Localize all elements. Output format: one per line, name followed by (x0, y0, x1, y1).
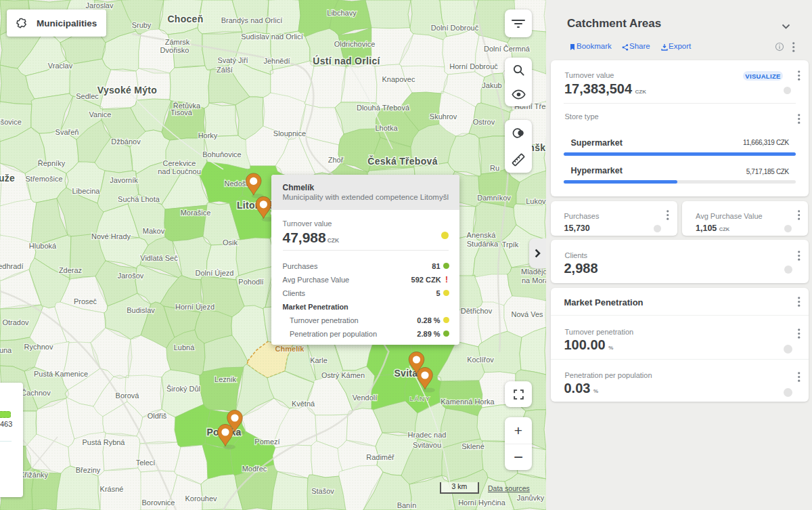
svg-text:Koclířov: Koclířov (467, 356, 494, 364)
svg-text:Horky: Horky (198, 131, 218, 140)
svg-text:Horní Újezd: Horní Újezd (175, 303, 215, 311)
svg-text:Oldřiš: Oldřiš (148, 412, 167, 420)
svg-text:ouna: ouna (0, 346, 12, 354)
svg-text:Sloupnice: Sloupnice (273, 129, 306, 137)
svg-text:Makov: Makov (143, 227, 165, 235)
svg-text:Svitavou: Svitavou (413, 441, 441, 449)
svg-text:Stašov: Stašov (311, 487, 334, 495)
svg-text:Česká Třebová: Česká Třebová (367, 155, 438, 167)
svg-text:Zálší: Zálší (217, 66, 233, 74)
svg-text:Džbánov: Džbánov (111, 137, 141, 146)
svg-text:nad Loučnou: nad Loučnou (158, 167, 201, 175)
svg-text:Vysoké Mýto: Vysoké Mýto (97, 85, 157, 95)
svg-text:Květná: Květná (292, 400, 315, 408)
svg-text:Křižánky: Křižánky (20, 471, 49, 479)
svg-text:Kamenná Horka: Kamenná Horka (441, 398, 495, 406)
svg-text:Skuhrov: Skuhrov (430, 112, 457, 121)
svg-text:Ústí nad Orlicí: Ústí nad Orlicí (313, 55, 380, 66)
svg-text:Čachnov: Čachnov (21, 389, 51, 397)
svg-text:Březiny: Březiny (76, 466, 101, 474)
svg-text:Janůvky: Janůvky (517, 494, 545, 502)
svg-text:uže: uže (0, 173, 15, 184)
svg-text:Jehnědí: Jehnědí (263, 57, 290, 65)
svg-text:Střemošice: Střemošice (25, 175, 62, 183)
svg-text:LÁNY: LÁNY (410, 395, 431, 402)
svg-text:Zhoř: Zhoř (328, 156, 344, 164)
svg-text:Borová: Borová (116, 391, 140, 400)
svg-text:Sedlec: Sedlec (76, 92, 99, 100)
svg-text:Ostrov: Ostrov (473, 118, 495, 126)
svg-text:Zámrsk: Zámrsk (165, 38, 190, 46)
svg-text:Korouhev: Korouhev (185, 494, 217, 503)
svg-text:Telecí: Telecí (136, 459, 156, 467)
svg-text:Horní Hynčina: Horní Hynčina (458, 498, 506, 507)
svg-text:Hradec nad: Hradec nad (408, 431, 447, 439)
svg-text:Pomezí: Pomezí (254, 438, 279, 446)
svg-text:Tisová: Tisová (171, 108, 193, 116)
svg-text:Mladějov: Mladějov (521, 268, 546, 276)
svg-text:Osik: Osik (223, 238, 238, 247)
svg-text:Chmelík: Chmelík (275, 345, 305, 353)
svg-text:Sruby: Sruby (132, 21, 152, 29)
svg-text:Horní Dobrouč: Horní Dobrouč (449, 62, 498, 70)
svg-text:na Moravě: na Moravě (522, 276, 546, 284)
svg-text:Řepníky: Řepníky (38, 159, 66, 167)
svg-text:Dvořisko: Dvořisko (160, 46, 189, 54)
svg-text:Cerekvice: Cerekvice (163, 159, 196, 167)
svg-text:Svařeň: Svařeň (55, 128, 79, 136)
svg-text:Hluboká: Hluboká (29, 242, 57, 250)
svg-text:Bohuňovice: Bohuňovice (202, 150, 242, 158)
svg-text:Morašice: Morašice (181, 209, 211, 217)
svg-text:Karle: Karle (310, 356, 328, 364)
svg-text:Nové Hrady: Nové Hrady (91, 232, 131, 240)
svg-text:Studánka: Studánka (467, 240, 499, 248)
svg-text:Nová Ves: Nová Ves (511, 310, 543, 318)
svg-text:Lubná: Lubná (174, 343, 195, 352)
svg-text:Anenská: Anenská (467, 231, 497, 239)
svg-text:Sklené: Sklené (461, 442, 484, 450)
svg-text:Sudislav nad Orlicí: Sudislav nad Orlicí (241, 33, 303, 41)
svg-text:Pustá Rybná: Pustá Rybná (83, 438, 126, 446)
svg-text:Vidlatá Seč: Vidlatá Seč (140, 254, 178, 262)
svg-text:Široký Důl: Široký Důl (166, 385, 200, 393)
svg-text:Pohodlí: Pohodlí (238, 278, 263, 286)
svg-text:Jarošov: Jarošov (118, 272, 144, 280)
svg-text:ředhradí: ředhradí (0, 262, 23, 270)
svg-text:Dolní Dobrouč: Dolní Dobrouč (431, 24, 479, 32)
svg-text:Dolní Újezd: Dolní Újezd (196, 269, 234, 277)
svg-text:Svatý Jiří: Svatý Jiří (217, 56, 248, 64)
svg-text:Banín: Banín (397, 501, 417, 509)
svg-text:Trpík: Trpík (502, 240, 519, 249)
svg-text:Suchá Lhota: Suchá Lhota (118, 195, 160, 203)
svg-text:Knapovec: Knapovec (382, 75, 415, 83)
svg-text:Javorník: Javorník (110, 176, 138, 184)
svg-text:Vanice: Vanice (89, 110, 112, 119)
svg-text:Dlouhá Třebová: Dlouhá Třebová (357, 104, 410, 112)
svg-text:Budislav: Budislav (127, 306, 155, 314)
svg-text:Proseč: Proseč (74, 297, 97, 305)
svg-text:Luková: Luková (526, 197, 546, 205)
svg-text:Rychnov: Rychnov (24, 343, 53, 351)
svg-text:Radiměř: Radiměř (366, 453, 394, 461)
svg-text:Oldrichovice: Oldrichovice (334, 40, 376, 48)
svg-text:Brandýs nad Orlicí: Brandýs nad Orlicí (221, 16, 282, 24)
svg-text:Dolní Čermná: Dolní Čermná (484, 45, 531, 53)
svg-text:Vraclav: Vraclav (48, 62, 73, 70)
svg-text:Libchavy: Libchavy (327, 9, 357, 17)
svg-text:Dětřichov: Dětřichov (461, 307, 493, 315)
svg-text:Vendolí: Vendolí (353, 394, 378, 402)
svg-text:Modřec: Modřec (242, 465, 267, 473)
svg-text:Borovnice: Borovnice (142, 498, 175, 507)
svg-text:Ostrý Kámen: Ostrý Kámen (321, 371, 365, 379)
svg-text:Jakub: Jakub (482, 81, 501, 89)
svg-text:Choceň: Choceň (167, 14, 203, 24)
svg-text:Zderaz: Zderaz (59, 266, 82, 274)
svg-text:Libecina: Libecina (72, 187, 101, 195)
svg-text:Jaroslav: Jaroslav (86, 1, 114, 9)
svg-text:Krásné: Krásné (100, 485, 124, 493)
svg-text:Otradov: Otradov (2, 318, 29, 326)
svg-text:Damníkov: Damníkov (477, 194, 511, 202)
svg-text:Pustá Kamenice: Pustá Kamenice (34, 370, 88, 378)
svg-text:Lhotka: Lhotka (375, 124, 398, 132)
svg-text:išovice: išovice (0, 118, 22, 126)
